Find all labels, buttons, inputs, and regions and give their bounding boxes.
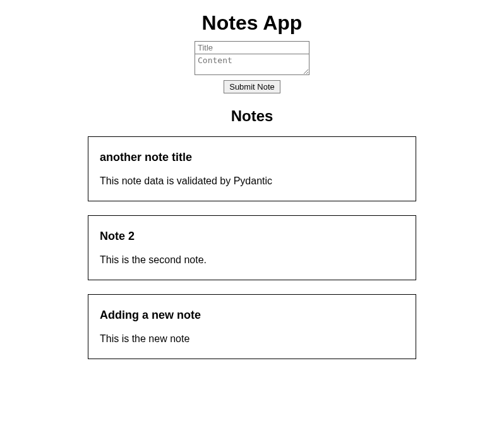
note-content: This note data is validated by Pydantic xyxy=(100,175,404,187)
note-title: another note title xyxy=(100,151,404,164)
app-title: Notes App xyxy=(0,11,504,35)
note-title: Note 2 xyxy=(100,230,404,243)
submit-note-button[interactable]: Submit Note xyxy=(224,80,280,93)
notes-heading: Notes xyxy=(0,107,504,125)
notes-list: another note title This note data is val… xyxy=(88,136,416,359)
content-textarea[interactable] xyxy=(195,54,309,75)
note-form: Submit Note xyxy=(195,41,309,93)
note-card: Note 2 This is the second note. xyxy=(88,215,416,280)
note-content: This is the new note xyxy=(100,333,404,345)
title-input[interactable] xyxy=(195,41,309,54)
note-content: This is the second note. xyxy=(100,254,404,266)
note-card: Adding a new note This is the new note xyxy=(88,294,416,359)
note-card: another note title This note data is val… xyxy=(88,136,416,201)
note-title: Adding a new note xyxy=(100,309,404,322)
